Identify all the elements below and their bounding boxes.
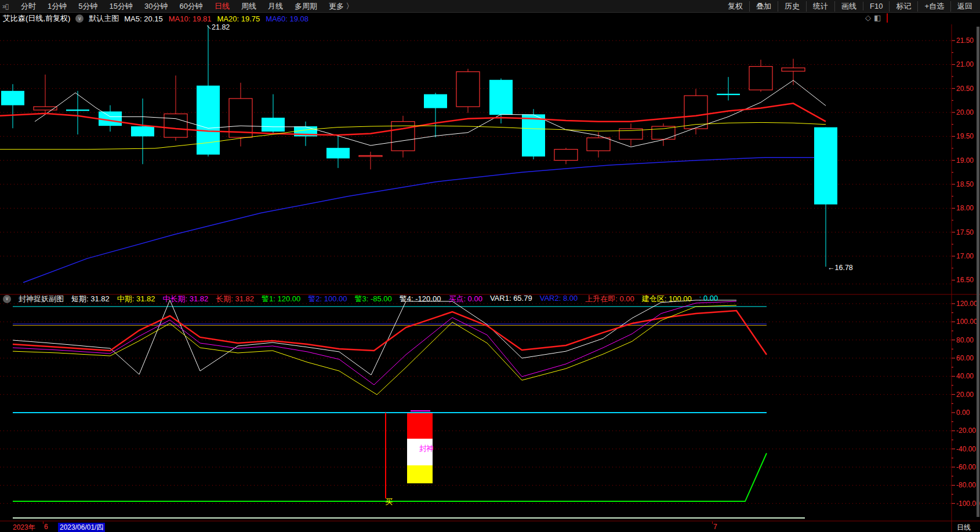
candlestick[interactable] — [229, 83, 252, 147]
y-axis-label: 18.50 — [956, 180, 974, 188]
y-axis-label: 60.00 — [956, 354, 974, 362]
tab-更多 〉[interactable]: 更多 〉 — [329, 1, 354, 12]
candle-body — [587, 138, 610, 151]
ma-value: MA60: 19.08 — [266, 14, 308, 23]
candle-body — [131, 126, 154, 136]
button-F10[interactable]: F10 — [863, 2, 889, 10]
indicator-param: 警2: 100.00 — [308, 294, 347, 304]
tab-5分钟[interactable]: 5分钟 — [78, 1, 97, 12]
tab-30分钟[interactable]: 30分钟 — [144, 1, 168, 12]
signal-block-segment — [407, 465, 433, 483]
candle-body — [554, 150, 578, 161]
buy-label: 买 — [385, 497, 393, 506]
candle-body — [782, 68, 805, 71]
candlestick[interactable] — [197, 25, 220, 157]
candlestick[interactable] — [456, 69, 480, 113]
indicator-param: 中期: 31.82 — [117, 294, 155, 304]
candlestick[interactable] — [131, 99, 154, 164]
button-统计[interactable]: 统计 — [806, 1, 834, 12]
indicator-param: : 0.00 — [699, 294, 718, 304]
y-axis-label: -60.00 — [956, 463, 976, 471]
lower-green-line — [13, 453, 767, 501]
y-axis-label: 0.00 — [956, 409, 970, 417]
indicator-collapse-icon[interactable]: ∨ — [3, 295, 11, 303]
tab-分时[interactable]: 分时 — [21, 1, 36, 12]
button-复权[interactable]: 复权 — [721, 1, 749, 12]
indicator-line-短期-white — [13, 300, 736, 375]
timeline-bar[interactable]: 2023年 6 2023/06/01/四 7 日线 — [0, 522, 980, 532]
toolbar-buttons: 复权叠加历史统计画线F10标记+自选返回 — [721, 1, 979, 12]
y-axis-label: -40.00 — [956, 445, 976, 453]
timeline-month-june: 6 — [44, 523, 48, 531]
tab-15分钟[interactable]: 15分钟 — [109, 1, 132, 12]
candlestick[interactable] — [326, 135, 350, 168]
candle-body — [456, 72, 480, 107]
cursor-caret — [887, 13, 888, 23]
tab-多周期[interactable]: 多周期 — [295, 1, 317, 12]
candlestick[interactable] — [34, 75, 57, 113]
period-tabs: 分时1分钟5分钟15分钟30分钟60分钟日线周线月线多周期更多 〉 — [21, 1, 354, 12]
button-返回[interactable]: 返回 — [950, 1, 979, 12]
main-chart-preset[interactable]: 默认主图 — [89, 13, 119, 24]
trading-app-window: 21.5021.0020.5020.0019.5019.0018.5018.00… — [0, 0, 980, 532]
top-nav-bar: »▯ 分时1分钟5分钟15分钟30分钟60分钟日线周线月线多周期更多 〉 复权叠… — [0, 0, 980, 13]
candlestick[interactable] — [164, 75, 187, 140]
button-叠加[interactable]: 叠加 — [749, 1, 778, 12]
y-axis-label: 40.00 — [956, 372, 974, 380]
split-view-icon[interactable]: ◧ — [874, 13, 881, 22]
candlestick[interactable] — [619, 123, 643, 146]
y-axis-label: 21.00 — [956, 60, 974, 68]
annotation-pointer — [207, 25, 210, 29]
button-历史[interactable]: 历史 — [778, 1, 806, 12]
indicator-param: VAR1: 65.79 — [490, 294, 532, 304]
ma-value: MA20: 19.75 — [217, 14, 260, 23]
candle-body — [814, 127, 837, 205]
button-标记[interactable]: 标记 — [889, 1, 917, 12]
candlestick[interactable] — [522, 109, 545, 159]
candlestick[interactable] — [424, 93, 447, 137]
candlestick[interactable] — [814, 127, 837, 267]
y-axis-label: 19.00 — [956, 156, 974, 165]
y-axis-label: 80.00 — [956, 336, 974, 344]
tab-日线[interactable]: 日线 — [215, 1, 230, 12]
indicator-param: 买点: 0.00 — [448, 294, 482, 304]
y-axis-label: 17.00 — [956, 252, 974, 260]
button-+自选[interactable]: +自选 — [917, 1, 950, 12]
candlestick[interactable] — [262, 94, 285, 134]
diamond-icon[interactable]: ◇ — [865, 13, 871, 22]
candlestick[interactable] — [782, 59, 805, 85]
indicator-name[interactable]: 封神捉妖副图 — [19, 294, 64, 304]
button-画线[interactable]: 画线 — [834, 1, 863, 12]
tab-60分钟[interactable]: 60分钟 — [179, 1, 202, 12]
indicator-param: VAR2: 8.00 — [540, 294, 578, 304]
right-scrollbar[interactable] — [977, 27, 979, 517]
y-axis-label: 16.50 — [956, 276, 974, 284]
candlestick[interactable] — [99, 105, 122, 132]
candlestick[interactable] — [554, 148, 578, 164]
y-axis-label: 17.50 — [956, 228, 974, 236]
window-menu-icon[interactable]: »▯ — [2, 2, 17, 10]
y-axis-label: 100.00 — [956, 318, 978, 326]
candle-body — [164, 114, 187, 137]
candle-body — [522, 114, 545, 156]
candle-body — [197, 86, 220, 155]
chevron-down-icon[interactable]: ∨ — [75, 14, 84, 23]
tab-1分钟[interactable]: 1分钟 — [48, 1, 67, 12]
chart-canvas[interactable]: 21.5021.0020.5020.0019.5019.0018.5018.00… — [0, 0, 980, 532]
timeline-year: 2023年 — [13, 523, 35, 532]
tab-周线[interactable]: 周线 — [241, 1, 256, 12]
tab-月线[interactable]: 月线 — [268, 1, 283, 12]
candlestick[interactable] — [391, 116, 415, 158]
timeline-tick-july — [712, 522, 713, 524]
candlestick[interactable] — [359, 152, 382, 170]
y-axis-label: 18.00 — [956, 204, 974, 212]
timeline-period-label: 日线 — [957, 523, 971, 532]
candlestick[interactable] — [1, 84, 24, 128]
candlestick[interactable] — [489, 78, 513, 123]
candlestick[interactable] — [587, 132, 610, 158]
candlestick[interactable] — [652, 123, 675, 146]
stock-title: 艾比森(日线,前复权) — [3, 13, 70, 24]
y-axis-label: 19.50 — [956, 132, 974, 140]
candle-body — [684, 96, 707, 129]
y-axis-label: 20.50 — [956, 85, 974, 93]
